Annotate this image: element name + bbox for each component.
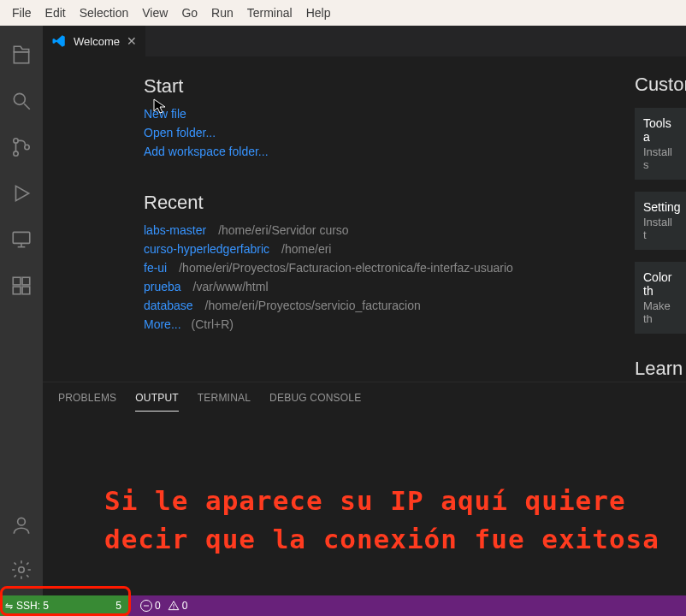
status-bar: ⇋ SSH: 5 5 0 0 xyxy=(0,595,686,616)
remote-ssh-indicator[interactable]: ⇋ SSH: 5 5 xyxy=(0,595,128,616)
warning-icon xyxy=(168,600,180,612)
recent-path: /var/www/html xyxy=(193,280,269,293)
remote-icon: ⇋ xyxy=(5,601,13,612)
menubar[interactable]: File Edit Selection View Go Run Terminal… xyxy=(0,0,686,26)
card-sub: Install s xyxy=(643,145,677,171)
card-title: Tools a xyxy=(643,116,677,144)
svg-marker-6 xyxy=(16,186,29,200)
customize-card[interactable]: SettingInstall t xyxy=(635,192,686,250)
recent-item[interactable]: prueba/var/www/html xyxy=(144,277,686,296)
panel-tab-debug[interactable]: DEBUG CONSOLE xyxy=(269,385,361,411)
vscode-icon xyxy=(51,33,67,49)
start-section: Start New file Open folder... Add worksp… xyxy=(144,75,686,161)
recent-path: /home/eri xyxy=(281,242,331,256)
recent-section: Recent labs-master/home/eri/Servidor cur… xyxy=(144,192,686,334)
customize-heading: Custom xyxy=(635,74,686,96)
svg-rect-13 xyxy=(22,287,30,294)
panel-tabs: PROBLEMS OUTPUT TERMINAL DEBUG CONSOLE xyxy=(43,382,686,413)
svg-rect-7 xyxy=(13,232,30,243)
recent-heading: Recent xyxy=(144,192,686,214)
svg-rect-11 xyxy=(22,277,30,285)
status-diagnostics[interactable]: 0 0 xyxy=(140,600,187,612)
recent-link[interactable]: prueba xyxy=(144,277,181,296)
annotation-text: Si le aparece su IP aquí quiere decir qu… xyxy=(104,482,681,559)
panel-tab-terminal[interactable]: TERMINAL xyxy=(198,385,251,411)
settings-gear-icon[interactable] xyxy=(1,549,42,590)
errors-count[interactable]: 0 xyxy=(140,600,161,612)
extensions-icon[interactable] xyxy=(1,265,42,306)
error-icon xyxy=(140,600,152,612)
menu-file[interactable]: File xyxy=(5,3,38,23)
panel-tab-problems[interactable]: PROBLEMS xyxy=(58,385,116,411)
editor-group: Welcome ✕ Start New file Open folder... … xyxy=(43,26,686,595)
menu-selection[interactable]: Selection xyxy=(73,3,136,23)
recent-link[interactable]: database xyxy=(144,296,193,315)
add-workspace-link[interactable]: Add workspace folder... xyxy=(144,142,269,161)
card-title: Setting xyxy=(643,200,677,214)
customize-card[interactable]: Tools aInstall s xyxy=(635,108,686,180)
menu-go[interactable]: Go xyxy=(174,3,204,23)
errors-number: 0 xyxy=(155,600,161,612)
activity-bar xyxy=(0,26,43,595)
main-area: Welcome ✕ Start New file Open folder... … xyxy=(0,26,686,595)
open-folder-link[interactable]: Open folder... xyxy=(144,123,216,142)
menu-help[interactable]: Help xyxy=(299,3,338,23)
menu-view[interactable]: View xyxy=(135,3,174,23)
card-title: Color th xyxy=(643,270,677,298)
recent-item[interactable]: database/home/eri/Proyectos/servicio_fac… xyxy=(144,296,686,315)
tab-welcome[interactable]: Welcome ✕ xyxy=(43,26,146,56)
remote-explorer-icon[interactable] xyxy=(1,219,42,260)
recent-more-link[interactable]: More... xyxy=(144,315,181,334)
search-icon[interactable] xyxy=(1,80,42,121)
warnings-count[interactable]: 0 xyxy=(168,600,188,612)
learn-heading: Learn xyxy=(635,358,686,380)
menu-run[interactable]: Run xyxy=(204,3,240,23)
menu-terminal[interactable]: Terminal xyxy=(240,3,299,23)
customize-card[interactable]: Color thMake th xyxy=(635,262,686,334)
svg-point-1 xyxy=(14,93,25,104)
panel-output-body[interactable]: Si le aparece su IP aquí quiere decir qu… xyxy=(43,413,686,595)
svg-point-5 xyxy=(25,145,29,149)
recent-item[interactable]: labs-master/home/eri/Servidor curso xyxy=(144,221,686,240)
recent-path: /home/eri/Proyectos/Facturacion-electron… xyxy=(179,261,513,275)
close-icon[interactable]: ✕ xyxy=(127,34,137,48)
recent-path: /home/eri/Proyectos/servicio_facturacion xyxy=(205,299,421,312)
svg-line-2 xyxy=(24,104,30,110)
svg-point-17 xyxy=(173,607,174,608)
recent-path: /home/eri/Servidor curso xyxy=(218,223,349,237)
recent-item[interactable]: fe-ui/home/eri/Proyectos/Facturacion-ele… xyxy=(144,258,686,277)
svg-point-3 xyxy=(14,139,18,143)
welcome-page: Start New file Open folder... Add worksp… xyxy=(43,56,686,382)
new-file-link[interactable]: New file xyxy=(144,104,186,123)
start-heading: Start xyxy=(144,75,686,98)
card-sub: Install t xyxy=(643,216,677,241)
menu-edit[interactable]: Edit xyxy=(38,3,73,23)
explorer-icon[interactable] xyxy=(1,34,42,75)
svg-rect-0 xyxy=(14,52,28,63)
warnings-number: 0 xyxy=(182,600,188,612)
run-debug-icon[interactable] xyxy=(1,173,42,214)
card-sub: Make th xyxy=(643,299,677,325)
tab-bar: Welcome ✕ xyxy=(43,26,686,56)
customize-column: Custom Tools aInstall s SettingInstall t… xyxy=(635,74,686,382)
recent-item[interactable]: curso-hyperledgerfabric/home/eri xyxy=(144,240,686,258)
recent-link[interactable]: labs-master xyxy=(144,221,206,240)
recent-link[interactable]: fe-ui xyxy=(144,258,167,277)
accounts-icon[interactable] xyxy=(1,505,42,546)
svg-rect-12 xyxy=(13,287,21,294)
recent-more-hint: (Ctrl+R) xyxy=(192,317,234,331)
bottom-panel: PROBLEMS OUTPUT TERMINAL DEBUG CONSOLE S… xyxy=(43,382,686,595)
svg-point-4 xyxy=(14,151,18,156)
svg-point-14 xyxy=(18,518,26,525)
svg-rect-10 xyxy=(13,277,21,285)
svg-point-15 xyxy=(19,567,25,573)
panel-tab-output[interactable]: OUTPUT xyxy=(135,385,179,412)
tab-title: Welcome xyxy=(74,35,120,48)
ssh-right-text: 5 xyxy=(115,600,121,612)
ssh-label: SSH: 5 xyxy=(16,600,49,612)
source-control-icon[interactable] xyxy=(1,127,42,168)
recent-link[interactable]: curso-hyperledgerfabric xyxy=(144,240,269,258)
